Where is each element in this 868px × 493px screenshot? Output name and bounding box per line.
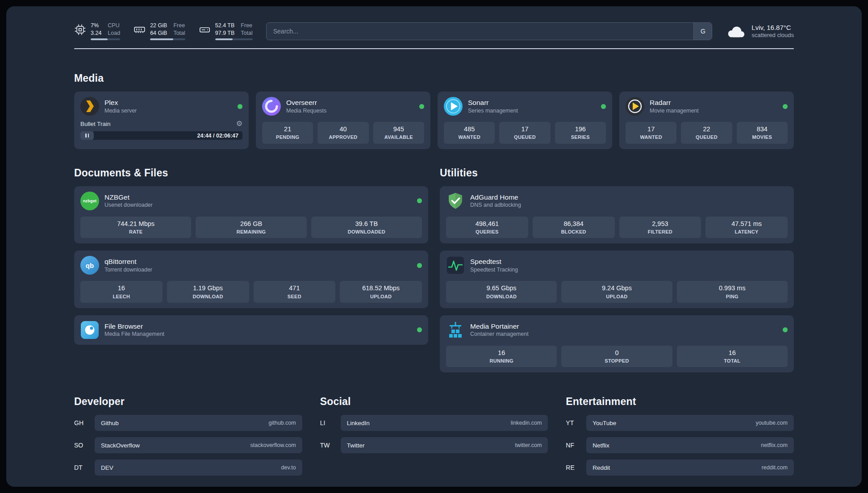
bookmark-name: YouTube <box>593 420 616 426</box>
search-engine-button[interactable]: G <box>693 23 712 40</box>
cpu-icon <box>74 24 86 36</box>
app-card-nzbget[interactable]: nzbget NZBGet Usenet downloader 744.21 M… <box>74 186 428 244</box>
bookmark-name: Twitter <box>347 442 365 449</box>
stat-label: WANTED <box>446 134 493 140</box>
stat-value: 47.571 ms <box>707 220 786 228</box>
stat-tile: 17 QUEUED <box>499 122 550 144</box>
stat-label: APPROVED <box>319 134 367 140</box>
stat-tile: 266 GB REMAINING <box>196 217 306 238</box>
stat-value: 618.52 Mbps <box>342 284 420 292</box>
ram-progress-fill <box>150 38 173 40</box>
section-entertainment: Entertainment YT YouTube youtube.com NF … <box>566 396 794 476</box>
stat-label: SERIES <box>557 134 604 140</box>
stat-label: UPLOAD <box>563 294 670 300</box>
app-name: qBittorrent <box>104 257 152 266</box>
bookmark-link[interactable]: Netflix netflix.com <box>586 437 794 453</box>
bookmark-url: stackoverflow.com <box>250 442 296 448</box>
search-bar: G <box>266 22 713 40</box>
pause-icon <box>88 134 89 138</box>
stat-value: 471 <box>255 284 334 292</box>
entertainment-section-title: Entertainment <box>566 396 794 408</box>
disk-free-value: 52.4 TB <box>215 22 235 29</box>
bookmark-linkedin: LI LinkedIn linkedin.com <box>320 415 548 431</box>
search-input[interactable] <box>267 23 694 40</box>
gear-icon[interactable]: ⚙ <box>236 120 242 127</box>
app-name: Speedtest <box>470 257 518 266</box>
ram-free-value: 22 GiB <box>150 22 167 29</box>
section-developer: Developer GH Github github.com SO StackO… <box>74 396 302 476</box>
app-card-overseerr[interactable]: Overseerr Media Requests 21 PENDING 40 A… <box>256 92 430 149</box>
app-card-radarr[interactable]: Radarr Movie management 17 WANTED 22 QUE… <box>619 92 794 149</box>
app-card-portainer[interactable]: Media Portainer Container management 16 … <box>440 315 794 373</box>
qbittorrent-icon-text: qb <box>86 262 94 269</box>
stat-value: 86,384 <box>534 220 613 228</box>
bookmark-reddit: RE Reddit reddit.com <box>566 460 794 476</box>
stat-tile: 9.24 Gbps UPLOAD <box>561 281 672 303</box>
stat-value: 0.993 ms <box>679 284 786 292</box>
ram-monitor: 22 GiB 64 GiB Free Total <box>134 22 185 40</box>
cpu-percent: 7% <box>91 22 101 29</box>
stat-label: QUEUED <box>683 134 730 140</box>
stat-label: QUERIES <box>448 229 526 235</box>
app-subtitle: Media File Management <box>104 330 164 338</box>
media-section-title: Media <box>74 72 794 84</box>
app-card-plex[interactable]: Plex Media server Bullet Train ⚙ <box>74 92 249 149</box>
stat-tile: 17 WANTED <box>626 122 676 144</box>
playback-progress-track: 24:44 / 02:06:47 <box>80 131 242 140</box>
app-card-filebrowser[interactable]: File Browser Media File Management <box>74 315 428 345</box>
bookmark-link[interactable]: Twitter twitter.com <box>341 437 548 453</box>
app-card-sonarr[interactable]: Sonarr Series management 485 WANTED 17 Q… <box>438 92 612 149</box>
top-bar: 7% 3.24 CPU Load <box>74 21 794 42</box>
bookmark-url: github.com <box>269 420 296 426</box>
bookmark-name: DEV <box>101 464 113 471</box>
bookmark-link[interactable]: Github github.com <box>95 415 302 431</box>
bookmark-link[interactable]: LinkedIn linkedin.com <box>341 415 548 431</box>
app-subtitle: Media Requests <box>286 107 326 114</box>
pause-button[interactable] <box>80 131 94 140</box>
bookmark-url: reddit.com <box>762 464 788 471</box>
app-name: File Browser <box>104 322 164 330</box>
app-subtitle: DNS and adblocking <box>470 201 521 209</box>
stat-label: PING <box>679 294 786 300</box>
bookmark-abbr: NF <box>566 442 586 449</box>
app-subtitle: Speedtest Tracking <box>470 266 518 273</box>
stat-value: 0 <box>563 349 670 357</box>
bookmark-link[interactable]: YouTube youtube.com <box>586 415 794 431</box>
status-dot <box>783 327 788 332</box>
bookmark-youtube: YT YouTube youtube.com <box>566 415 794 431</box>
app-card-adguard[interactable]: AdGuard Home DNS and adblocking 498,461 … <box>440 186 794 244</box>
disk-progress-fill <box>215 38 233 40</box>
ram-icon <box>134 24 146 36</box>
bookmark-url: netflix.com <box>761 442 788 448</box>
bookmark-twitter: TW Twitter twitter.com <box>320 437 548 453</box>
stat-label: PENDING <box>264 134 311 140</box>
stat-value: 498,461 <box>448 220 526 228</box>
status-dot <box>417 327 422 332</box>
utilities-section-title: Utilities <box>440 167 794 179</box>
app-name: NZBGet <box>104 193 153 201</box>
stat-value: 485 <box>446 125 493 133</box>
bookmark-link[interactable]: DEV dev.to <box>95 460 302 476</box>
stat-tile: 618.52 Mbps UPLOAD <box>340 281 422 303</box>
cloud-icon <box>726 25 746 38</box>
disk-total-value: 97.9 TB <box>215 30 235 37</box>
stat-label: QUEUED <box>501 134 548 140</box>
bookmark-name: LinkedIn <box>347 420 370 426</box>
section-documents: Documents & Files nzbget NZBGet Usenet d… <box>74 167 428 373</box>
stat-label: SEED <box>255 294 334 300</box>
bookmark-link[interactable]: StackOverflow stackoverflow.com <box>95 437 302 453</box>
stat-label: TOTAL <box>679 358 786 364</box>
stat-tile: 2,953 FILTERED <box>619 217 701 238</box>
bookmark-abbr: YT <box>566 419 586 426</box>
app-card-speedtest[interactable]: Speedtest Speedtest Tracking 9.65 Gbps D… <box>440 251 794 308</box>
bookmark-name: Reddit <box>593 464 610 471</box>
bookmark-name: StackOverflow <box>101 442 140 449</box>
section-utilities: Utilities AdGuard Home <box>440 167 794 373</box>
app-subtitle: Series management <box>468 107 518 114</box>
bookmark-link[interactable]: Reddit reddit.com <box>586 460 794 476</box>
app-card-qbittorrent[interactable]: qb qBittorrent Torrent downloader 16 LEE… <box>74 251 428 308</box>
bookmark-abbr: LI <box>320 419 341 426</box>
stat-tile: 47.571 ms LATENCY <box>705 217 788 238</box>
cpu-label: CPU <box>108 22 120 29</box>
disk-free-label: Free <box>241 22 252 29</box>
